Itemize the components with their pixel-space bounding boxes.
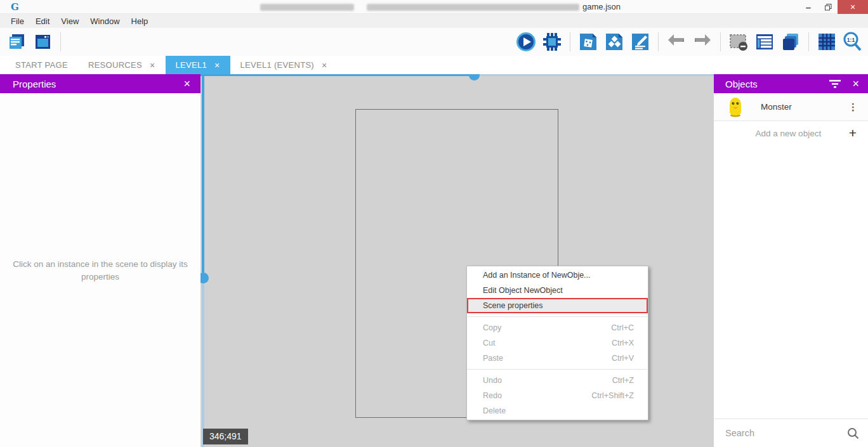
canvas-left-scrollbar-track[interactable] (202, 283, 204, 447)
debug-glyph (542, 32, 562, 52)
context-menu-separator (468, 369, 647, 370)
canvas-top-scrollbar[interactable] (201, 74, 470, 76)
menu-window[interactable]: Window (84, 16, 125, 26)
objects-groups-glyph (604, 32, 624, 52)
menu-item-shortcut: Ctrl+Shift+Z (591, 391, 634, 400)
menu-item-label: Redo (483, 391, 502, 400)
menu-help[interactable]: Help (126, 16, 154, 26)
context-menu-item-copy[interactable]: Copy Ctrl+C (467, 320, 648, 335)
context-menu-item-scene-properties[interactable]: Scene properties (467, 298, 648, 313)
toolbar-separator (808, 32, 809, 51)
monster-object-icon (728, 96, 743, 117)
menu-item-shortcut: Ctrl+V (612, 354, 634, 363)
tab-start-page[interactable]: START PAGE (5, 56, 78, 74)
context-menu-separator (468, 316, 647, 317)
objects-close-icon[interactable]: × (852, 77, 859, 91)
menu-item-label: Edit Object NewObject (483, 286, 563, 295)
search-icon[interactable] (847, 427, 859, 439)
object-menu-kebab-icon[interactable]: ⋮ (848, 103, 858, 112)
context-menu-item-cut[interactable]: Cut Ctrl+X (467, 335, 648, 351)
cursor-coordinates-badge: 346;491 (203, 429, 248, 444)
zoom-label: 1:1 (847, 37, 855, 43)
play-glyph (515, 31, 537, 53)
objects-filter-icon[interactable] (829, 79, 841, 88)
preview-play-icon[interactable] (515, 30, 537, 53)
filter-glyph (829, 79, 841, 88)
add-object-label: Add a new object (728, 129, 849, 138)
tab-label: LEVEL1 (176, 60, 207, 70)
menu-item-shortcut: Ctrl+X (612, 339, 634, 347)
restore-button[interactable] (819, 0, 838, 14)
menu-item-label: Copy (483, 323, 501, 332)
menu-file[interactable]: File (5, 16, 30, 26)
grid-icon[interactable] (815, 30, 838, 53)
context-menu-item-undo[interactable]: Undo Ctrl+Z (467, 373, 648, 388)
tab-bar: START PAGE RESOURCES × LEVEL1 × LEVEL1 (… (0, 56, 868, 74)
canvas-top-scrollbar-handle[interactable] (469, 74, 480, 81)
tab-label: START PAGE (15, 60, 68, 70)
layers-icon[interactable] (779, 30, 802, 53)
start-page-glyph (7, 32, 26, 51)
tab-close-icon[interactable]: × (322, 60, 327, 70)
menu-item-label: Undo (483, 376, 502, 385)
redo-arrow-glyph (692, 32, 713, 52)
objects-editor-icon[interactable] (577, 30, 600, 53)
context-menu-item-redo[interactable]: Redo Ctrl+Shift+Z (467, 388, 648, 403)
tab-level1[interactable]: LEVEL1 × (166, 56, 230, 74)
objects-editor-glyph (578, 32, 598, 52)
object-name: Monster (761, 102, 848, 112)
menu-item-label: Add an Instance of NewObje... (483, 271, 591, 280)
properties-close-icon[interactable]: × (183, 77, 190, 91)
close-button[interactable]: × (838, 0, 868, 14)
canvas-left-scrollbar[interactable] (202, 74, 204, 273)
zoom-1-1-icon[interactable]: 1:1 (841, 30, 864, 53)
objects-search-bar (714, 418, 868, 447)
toolbar-separator (60, 32, 61, 51)
instances-list-glyph (754, 32, 775, 52)
tab-close-icon[interactable]: × (214, 60, 220, 70)
properties-empty-message: Click on an instance in the scene to dis… (6, 258, 194, 283)
instances-list-icon[interactable] (753, 30, 776, 53)
objects-panel-header: Objects × (714, 74, 868, 93)
properties-panel: Properties × Click on an instance in the… (0, 74, 201, 447)
toolbar-separator (720, 32, 721, 51)
minimize-button[interactable]: – (798, 0, 819, 14)
render-mask-icon[interactable] (727, 30, 750, 53)
object-list-item-monster[interactable]: Monster ⋮ (714, 93, 868, 121)
context-menu-item-add-instance[interactable]: Add an Instance of NewObje... (467, 268, 648, 283)
context-menu-item-edit-object[interactable]: Edit Object NewObject (467, 283, 648, 298)
canvas-left-scrollbar-handle[interactable] (201, 273, 209, 283)
edit-scene-icon[interactable] (629, 30, 652, 53)
add-object-plus-icon[interactable]: + (849, 126, 857, 141)
start-page-icon[interactable] (5, 30, 28, 53)
toolbar-separator (570, 32, 570, 51)
mask-glyph (728, 32, 749, 52)
scene-context-menu: Add an Instance of NewObje... Edit Objec… (466, 266, 648, 420)
context-menu-item-delete[interactable]: Delete (467, 403, 648, 418)
tab-close-icon[interactable]: × (150, 60, 155, 70)
tab-level1-events[interactable]: LEVEL1 (EVENTS) × (230, 56, 338, 74)
menu-view[interactable]: View (55, 16, 84, 26)
tab-resources[interactable]: RESOURCES × (78, 56, 166, 74)
menu-item-shortcut: Ctrl+C (611, 323, 634, 332)
menu-item-label: Delete (483, 406, 506, 415)
canvas-top-scrollbar-track[interactable] (480, 74, 714, 76)
layers-glyph (780, 32, 801, 52)
project-manager-icon[interactable] (31, 30, 54, 53)
toolbar-separator (658, 32, 659, 51)
menu-edit[interactable]: Edit (30, 16, 55, 26)
debug-icon[interactable] (541, 30, 563, 53)
tab-label: RESOURCES (88, 60, 142, 70)
objects-groups-icon[interactable] (603, 30, 626, 53)
context-menu-item-paste[interactable]: Paste Ctrl+V (467, 351, 648, 366)
objects-search-input[interactable] (725, 428, 847, 438)
toolbar: 1:1 (0, 28, 868, 56)
menu-item-shortcut: Ctrl+Z (612, 376, 634, 385)
zoom-glyph: 1:1 (842, 31, 864, 53)
undo-icon[interactable] (665, 30, 688, 53)
add-object-row[interactable]: Add a new object + (714, 121, 868, 145)
window-title-filename: game.json (582, 2, 621, 11)
redo-icon[interactable] (691, 30, 714, 53)
redacted-title-text (260, 4, 354, 11)
gdevelop-logo-icon: G (11, 1, 19, 13)
